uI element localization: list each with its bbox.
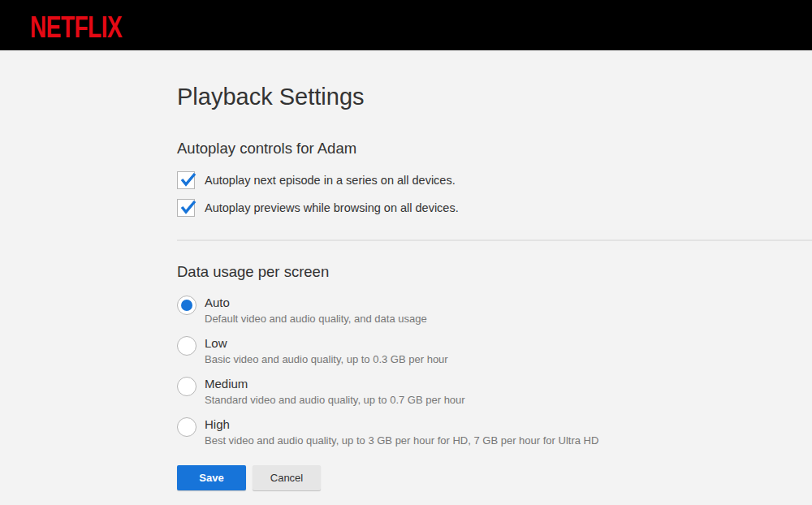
- radio-medium-description: Standard video and audio quality, up to …: [205, 394, 465, 406]
- cancel-button[interactable]: Cancel: [253, 465, 321, 490]
- data-usage-option-low[interactable]: Low Basic video and audio quality, up to…: [177, 335, 812, 365]
- radio-low-description: Basic video and audio quality, up to 0.3…: [205, 353, 448, 365]
- radio-auto-description: Default video and audio quality, and dat…: [205, 313, 427, 325]
- playback-settings-page: Playback Settings Autoplay controls for …: [0, 50, 812, 490]
- netflix-logo[interactable]: NETFLIX: [30, 11, 122, 45]
- radio-high[interactable]: [177, 417, 197, 437]
- radio-medium[interactable]: [177, 377, 197, 396]
- radio-dot: [181, 300, 192, 311]
- data-usage-section: Data usage per screen Auto Default video…: [177, 263, 812, 447]
- autoplay-previews-row[interactable]: Autoplay previews while browsing on all …: [177, 198, 812, 218]
- checkmark-icon: [179, 197, 198, 217]
- autoplay-previews-label[interactable]: Autoplay previews while browsing on all …: [205, 201, 459, 214]
- data-usage-option-high[interactable]: High Best video and audio quality, up to…: [177, 416, 812, 447]
- radio-high-label[interactable]: High: [205, 416, 598, 434]
- radio-auto[interactable]: [177, 296, 197, 315]
- autoplay-next-episode-label[interactable]: Autoplay next episode in a series on all…: [205, 174, 456, 187]
- radio-low-label[interactable]: Low: [205, 335, 448, 352]
- autoplay-previews-checkbox[interactable]: [177, 199, 195, 217]
- checkmark-icon: [179, 170, 198, 189]
- data-usage-option-medium[interactable]: Medium Standard video and audio quality,…: [177, 375, 812, 406]
- form-actions: Save Cancel: [177, 465, 812, 490]
- radio-low[interactable]: [177, 336, 197, 356]
- save-button[interactable]: Save: [177, 465, 246, 490]
- radio-auto-label[interactable]: Auto: [205, 294, 427, 312]
- autoplay-next-episode-row[interactable]: Autoplay next episode in a series on all…: [177, 170, 812, 190]
- radio-high-description: Best video and audio quality, up to 3 GB…: [205, 434, 598, 447]
- page-title: Playback Settings: [177, 84, 812, 110]
- radio-medium-label[interactable]: Medium: [205, 375, 465, 393]
- autoplay-section-heading: Autoplay controls for Adam: [177, 140, 812, 158]
- autoplay-next-episode-checkbox[interactable]: [177, 171, 195, 189]
- section-divider: [177, 240, 812, 241]
- data-usage-option-auto[interactable]: Auto Default video and audio quality, an…: [177, 294, 812, 325]
- data-usage-heading: Data usage per screen: [177, 263, 812, 281]
- top-navbar: NETFLIX: [0, 0, 812, 50]
- autoplay-section: Autoplay controls for Adam Autoplay next…: [177, 140, 812, 218]
